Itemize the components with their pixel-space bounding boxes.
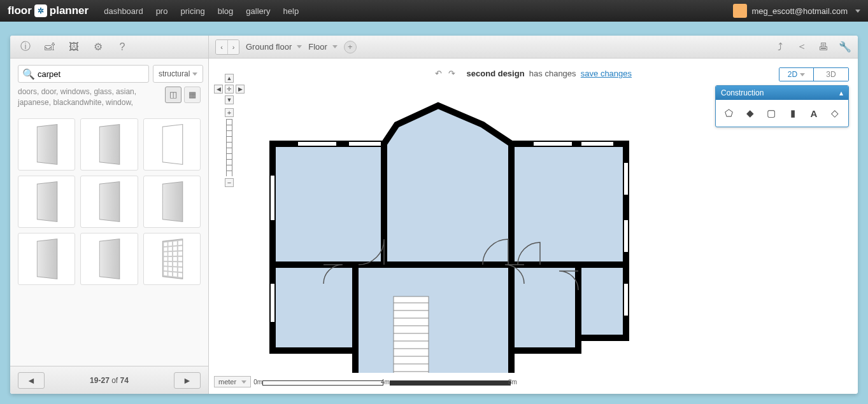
canvas-toolbar: ‹ › Ground floor Floor + ⤴ ＜ 🖶 🔧: [209, 36, 858, 59]
zoom-track[interactable]: [226, 119, 232, 176]
tag-list[interactable]: doors, door, windows, glass, asian, japa…: [18, 87, 160, 108]
nav-pricing[interactable]: pricing: [180, 6, 204, 16]
view-2d[interactable]: 2D: [779, 68, 814, 81]
tag-row: doors, door, windows, glass, asian, japa…: [10, 87, 208, 113]
tool-room[interactable]: ⬠: [721, 105, 737, 122]
category-label: structural: [159, 69, 190, 78]
construction-title: Construction: [721, 88, 764, 97]
pan-left[interactable]: ◀: [214, 85, 223, 94]
top-nav: floor ✲ planner dashboard pro pricing bl…: [0, 0, 868, 22]
tools-icon[interactable]: ⚙: [90, 39, 106, 55]
view-2d-button[interactable]: ▦: [184, 87, 201, 103]
view-3d[interactable]: 3D: [814, 68, 848, 81]
category-select[interactable]: structural: [153, 65, 203, 83]
info-icon[interactable]: ⓘ: [18, 39, 33, 55]
add-floor-button[interactable]: +: [344, 41, 357, 53]
floor-plan[interactable]: [260, 93, 642, 373]
save-changes-link[interactable]: save changes: [581, 69, 632, 78]
furniture-icon[interactable]: 🛋: [42, 39, 57, 55]
construction-panel: Construction ▴ ⬠ ◆ ▢ ▮ A ◇: [715, 85, 849, 127]
export-icon[interactable]: ⤴: [774, 41, 786, 53]
item-door-2[interactable]: [80, 118, 138, 171]
pan-center[interactable]: ✛: [225, 85, 234, 94]
nav-blog[interactable]: blog: [218, 6, 234, 16]
item-door-6[interactable]: [143, 176, 201, 228]
pan-down[interactable]: ▼: [225, 95, 234, 104]
chevron-down-icon: [800, 73, 805, 76]
logo-text-1: floor: [8, 4, 32, 17]
view-3d-button[interactable]: ◫: [165, 87, 181, 103]
item-door-7[interactable]: [18, 233, 75, 285]
chevron-down-icon: [192, 73, 197, 76]
item-door-8[interactable]: [80, 233, 138, 285]
nav-dashboard[interactable]: dashboard: [104, 6, 143, 16]
history-nav: ‹ ›: [215, 39, 239, 55]
zoom-out[interactable]: −: [225, 178, 234, 187]
pan-right[interactable]: ▶: [236, 85, 245, 94]
sidebar: ⓘ 🛋 🖼 ⚙ ? 🔍 structural doors, door, wind…: [10, 36, 209, 394]
search-icon: 🔍: [22, 68, 35, 80]
status-bar: ↶ ↷ second design has changes save chang…: [209, 69, 858, 78]
canvas: ‹ › Ground floor Floor + ⤴ ＜ 🖶 🔧 ↶ ↷ sec: [209, 36, 858, 394]
redo-icon[interactable]: ↷: [448, 69, 455, 78]
pan-zoom: ▲ ◀ ✛ ▶ ▼ + −: [214, 74, 245, 187]
design-title: second design: [467, 69, 525, 78]
help-icon[interactable]: ?: [115, 39, 130, 55]
nav-gallery[interactable]: gallery: [246, 6, 270, 16]
item-door-5[interactable]: [80, 176, 138, 228]
ruler-4: 4m: [381, 379, 390, 386]
floor-select-ground[interactable]: Ground floor: [246, 42, 302, 52]
print-icon[interactable]: 🖶: [817, 41, 830, 53]
item-door-1[interactable]: [18, 118, 75, 171]
unit-select[interactable]: meter: [214, 376, 251, 387]
chevron-down-icon: [297, 45, 302, 48]
svg-rect-3: [273, 265, 355, 351]
logo[interactable]: floor ✲ planner: [8, 4, 89, 17]
svg-rect-0: [273, 144, 384, 265]
logo-text-2: planner: [50, 4, 89, 17]
search-box: 🔍: [18, 65, 149, 83]
svg-rect-5: [511, 265, 578, 351]
prev-page-button[interactable]: ◄: [18, 372, 45, 389]
logo-icon: ✲: [34, 4, 47, 17]
scale-bar: meter 0m 4m 8m: [214, 376, 517, 387]
share-icon[interactable]: ＜: [795, 41, 808, 53]
tool-wall[interactable]: ▢: [764, 105, 779, 122]
history-back[interactable]: ‹: [216, 40, 227, 54]
chevron-down-icon: [241, 380, 246, 384]
item-door-4[interactable]: [18, 176, 75, 228]
nav-pro[interactable]: pro: [156, 6, 168, 16]
next-page-button[interactable]: ►: [174, 372, 201, 389]
ruler-0: 0m: [253, 379, 262, 386]
tool-floor[interactable]: ◆: [742, 105, 758, 122]
floor-select-floor[interactable]: Floor: [308, 42, 338, 52]
user-menu[interactable]: meg_escott@hotmail.com: [733, 4, 860, 18]
chevron-down-icon: [332, 45, 338, 48]
tool-door[interactable]: ▮: [785, 105, 800, 122]
wrench-icon[interactable]: 🔧: [839, 41, 851, 53]
history-forward[interactable]: ›: [227, 40, 239, 54]
construction-header[interactable]: Construction ▴: [716, 86, 848, 100]
item-door-3[interactable]: [143, 118, 201, 171]
sidebar-toolbar: ⓘ 🛋 🖼 ⚙ ?: [10, 36, 208, 59]
svg-rect-4: [355, 265, 511, 373]
user-email: meg_escott@hotmail.com: [752, 6, 848, 16]
tool-text[interactable]: A: [806, 105, 822, 122]
search-input[interactable]: [38, 69, 145, 79]
page-info: 19-27 of 74: [90, 376, 129, 385]
svg-rect-7: [394, 296, 429, 373]
item-window-9[interactable]: [143, 233, 201, 285]
canvas-actions: ⤴ ＜ 🖶 🔧: [774, 41, 851, 53]
svg-marker-1: [384, 106, 511, 265]
tool-surface[interactable]: ◇: [827, 105, 843, 122]
nav-help[interactable]: help: [283, 6, 299, 16]
photo-icon[interactable]: 🖼: [66, 39, 82, 55]
svg-rect-2: [511, 144, 626, 265]
ruler-8: 8m: [508, 379, 517, 386]
nav-links: dashboard pro pricing blog gallery help: [104, 6, 299, 16]
zoom-in[interactable]: +: [225, 108, 234, 117]
undo-icon[interactable]: ↶: [435, 69, 442, 78]
pan-up[interactable]: ▲: [225, 74, 234, 83]
collapse-icon: ▴: [839, 88, 843, 97]
chevron-down-icon: [855, 10, 860, 13]
